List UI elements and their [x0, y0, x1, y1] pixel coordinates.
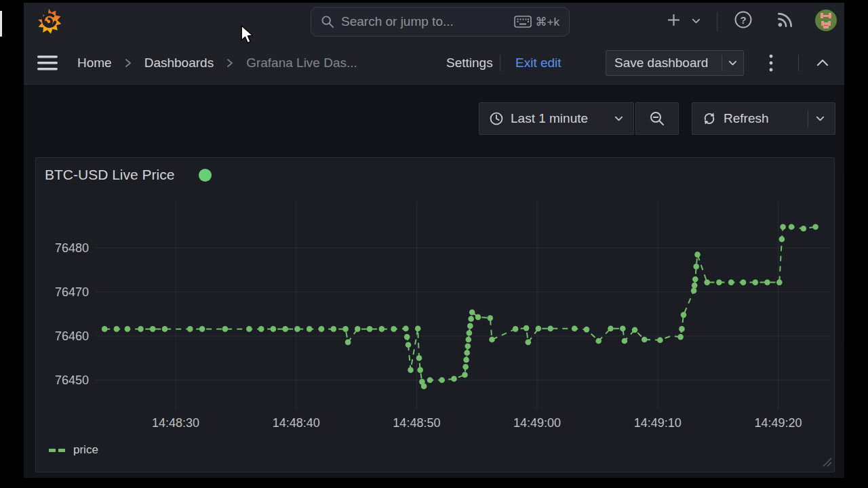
- exit-edit-button[interactable]: Exit edit: [515, 41, 561, 84]
- refresh-icon: [702, 111, 717, 126]
- help-button[interactable]: ?: [734, 10, 753, 29]
- time-range-label: Last 1 minute: [511, 111, 588, 126]
- y-axis-tick-label: 76480: [55, 241, 89, 255]
- avatar-image: [815, 9, 837, 31]
- chart-data-point: [463, 357, 469, 363]
- chart-data-point: [475, 314, 481, 321]
- zoom-out-time-button[interactable]: [635, 102, 679, 135]
- x-axis-tick-label: 14:48:30: [152, 416, 199, 430]
- legend-item-price[interactable]: price: [49, 443, 98, 458]
- refresh-button[interactable]: Refresh: [692, 102, 835, 135]
- chart-data-point: [466, 337, 472, 343]
- chart-data-point: [294, 326, 300, 332]
- chart-data-point: [691, 288, 697, 294]
- refresh-label: Refresh: [724, 111, 769, 126]
- chart-data-point: [246, 326, 252, 332]
- chart-data-point: [451, 376, 457, 382]
- breadcrumb: Home Dashboards Grafana Live Das...: [77, 41, 357, 84]
- chart-data-point: [408, 367, 414, 373]
- collapse-bar-button[interactable]: [816, 58, 829, 68]
- search-input[interactable]: Search or jump to... ⌘+k: [311, 7, 570, 37]
- shortcut-label: ⌘+k: [536, 15, 559, 29]
- hamburger-icon: [37, 55, 58, 71]
- chart-data-point: [642, 337, 648, 343]
- breadcrumb-current: Grafana Live Das...: [246, 56, 357, 70]
- chart-data-point: [620, 326, 626, 332]
- chart-data-point: [812, 224, 818, 230]
- chart-data-point: [632, 327, 638, 333]
- chart-data-point: [462, 364, 469, 370]
- chart-data-point: [467, 330, 473, 336]
- x-axis-tick-label: 14:49:10: [634, 416, 682, 430]
- avatar[interactable]: [815, 9, 837, 31]
- panel-title-text: BTC-USD Live Price: [45, 167, 174, 183]
- refresh-divider: [808, 110, 808, 127]
- panel-resize-handle[interactable]: [821, 456, 832, 470]
- chart-data-point: [415, 326, 421, 332]
- chevron-down-icon[interactable]: [728, 58, 738, 68]
- x-axis-tick-label: 14:48:40: [273, 416, 320, 430]
- chart-data-point: [753, 279, 759, 285]
- legend-series-marker: [49, 449, 65, 452]
- chart-data-point: [417, 367, 423, 373]
- chart-data-point: [657, 337, 663, 343]
- panel-header[interactable]: BTC-USD Live Price: [45, 167, 212, 183]
- clock-icon: [489, 111, 504, 126]
- chart-data-point: [789, 224, 795, 230]
- help-icon: ?: [734, 10, 753, 29]
- breadcrumb-home[interactable]: Home: [77, 56, 112, 70]
- chart-data-point: [692, 283, 698, 289]
- chart-data-point: [421, 384, 427, 390]
- chart-data-point: [741, 279, 747, 285]
- search-shortcut: ⌘+k: [514, 15, 559, 29]
- chart-data-point: [694, 251, 701, 258]
- chart-data-point: [464, 350, 470, 356]
- chart-data-point: [345, 340, 351, 346]
- time-range-picker[interactable]: Last 1 minute: [479, 102, 634, 135]
- zoom-out-icon: [649, 110, 665, 127]
- chevron-right-icon: [124, 58, 132, 68]
- save-dashboard-button[interactable]: Save dashboard: [606, 50, 744, 76]
- nav-divider: [798, 55, 799, 71]
- chart-data-point: [355, 326, 361, 332]
- x-axis-tick-label: 14:49:20: [754, 416, 802, 430]
- chart-data-point: [547, 326, 553, 332]
- add-button[interactable]: [667, 13, 681, 27]
- chart-data-point: [331, 326, 337, 332]
- chart-data-point: [403, 326, 409, 332]
- chart-data-point: [342, 326, 349, 332]
- chart-data-point: [776, 279, 783, 285]
- chart-data-point: [162, 326, 168, 332]
- top-bar: Search or jump to... ⌘+k: [24, 3, 844, 41]
- chart-data-point: [367, 326, 373, 332]
- chart-data-point: [584, 327, 590, 333]
- chart-plot-area[interactable]: [96, 201, 831, 410]
- chart-data-point: [681, 312, 687, 318]
- panel-btc-usd-live-price[interactable]: 7645076460764707648014:48:3014:48:4014:4…: [35, 157, 835, 472]
- screen-edge-artifact: [0, 11, 2, 37]
- chart-data-point: [416, 355, 422, 361]
- chevron-down-icon[interactable]: [815, 114, 825, 123]
- menu-toggle[interactable]: [37, 55, 58, 71]
- grafana-logo[interactable]: [35, 6, 62, 36]
- nav-divider: [500, 55, 500, 71]
- chart-data-point: [102, 326, 108, 332]
- chart-data-point: [780, 224, 786, 230]
- streaming-indicator-dot: [199, 169, 212, 182]
- news-button[interactable]: [776, 11, 794, 28]
- y-axis-tick-label: 76460: [55, 329, 89, 343]
- save-dashboard-label: Save dashboard: [614, 56, 708, 70]
- add-menu-chevron[interactable]: [691, 16, 701, 26]
- chart-data-point: [282, 326, 288, 332]
- more-options-button[interactable]: [768, 53, 774, 73]
- chart-data-point: [595, 338, 601, 344]
- settings-button[interactable]: Settings: [446, 41, 493, 84]
- chart-data-point: [307, 326, 313, 332]
- price-chart: 7645076460764707648014:48:3014:48:4014:4…: [36, 158, 835, 473]
- chevron-up-icon: [816, 58, 829, 68]
- nav-bar: Home Dashboards Grafana Live Das... Sett…: [24, 41, 844, 85]
- search-icon: [321, 15, 334, 28]
- breadcrumb-dashboards[interactable]: Dashboards: [144, 56, 214, 70]
- chart-data-point: [572, 326, 578, 332]
- chart-data-point: [258, 326, 264, 332]
